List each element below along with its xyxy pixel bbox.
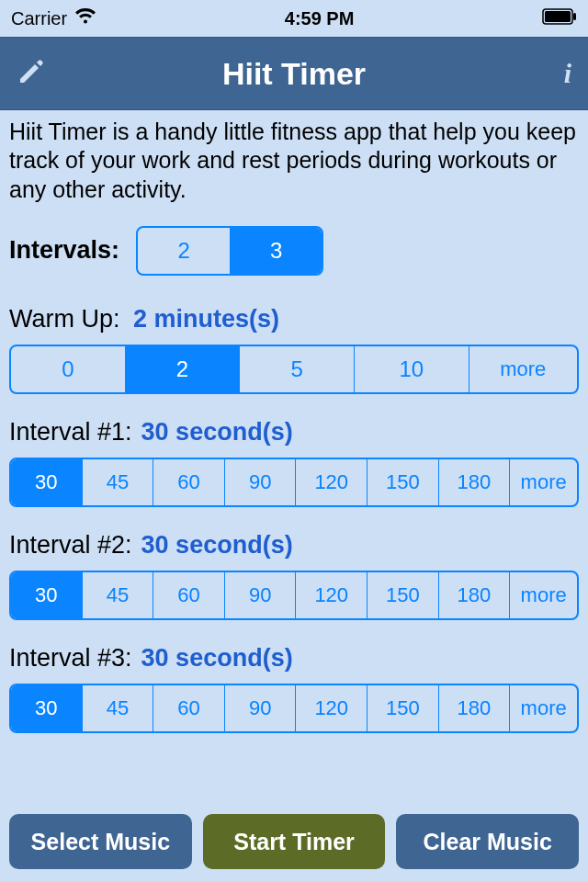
interval-option-180[interactable]: 180 xyxy=(438,572,510,618)
interval-option-30[interactable]: 30 xyxy=(11,459,82,505)
interval-rows: Interval #1:30 second(s)3045609012015018… xyxy=(9,418,579,733)
interval-options[interactable]: 30456090120150180more xyxy=(9,458,579,507)
status-left: Carrier xyxy=(11,8,96,29)
svg-rect-2 xyxy=(573,13,576,20)
edit-button[interactable] xyxy=(17,57,46,90)
interval-option-90[interactable]: 90 xyxy=(224,685,296,731)
interval-option-more[interactable]: more xyxy=(509,572,577,618)
interval-option-60[interactable]: 60 xyxy=(153,572,224,618)
nav-bar: Hiit Timer i xyxy=(0,37,588,110)
intervals-option-2[interactable]: 2 xyxy=(138,228,230,274)
interval-option-150[interactable]: 150 xyxy=(367,572,438,618)
start-timer-button[interactable]: Start Timer xyxy=(203,814,386,869)
warmup-option-5[interactable]: 5 xyxy=(239,346,354,392)
interval-option-150[interactable]: 150 xyxy=(367,459,438,505)
status-bar: Carrier 4:59 PM xyxy=(0,0,588,37)
interval-option-45[interactable]: 45 xyxy=(82,685,153,731)
interval-option-45[interactable]: 45 xyxy=(82,459,153,505)
svg-rect-1 xyxy=(545,11,571,22)
interval-row-3: Interval #3:30 second(s)3045609012015018… xyxy=(9,644,579,733)
intervals-label: Intervals: xyxy=(9,236,119,265)
warmup-option-0[interactable]: 0 xyxy=(11,346,125,392)
interval-option-90[interactable]: 90 xyxy=(224,459,296,505)
interval-option-90[interactable]: 90 xyxy=(224,572,296,618)
interval-option-60[interactable]: 60 xyxy=(153,685,224,731)
interval-options[interactable]: 30456090120150180more xyxy=(9,684,579,733)
carrier-label: Carrier xyxy=(11,8,67,29)
info-icon: i xyxy=(564,58,571,89)
interval-option-30[interactable]: 30 xyxy=(11,572,82,618)
interval-option-more[interactable]: more xyxy=(509,685,577,731)
bottom-bar: Select Music Start Timer Clear Music xyxy=(9,814,579,869)
interval-option-60[interactable]: 60 xyxy=(153,459,224,505)
interval-option-180[interactable]: 180 xyxy=(438,685,510,731)
interval-option-180[interactable]: 180 xyxy=(438,459,510,505)
content: Hiit Timer is a handy little fitness app… xyxy=(0,110,588,733)
intervals-option-3[interactable]: 3 xyxy=(230,228,322,274)
intervals-segment[interactable]: 23 xyxy=(136,226,323,276)
interval-label: Interval #2: xyxy=(9,531,132,559)
warmup-row: Warm Up: 2 minutes(s) 02510more xyxy=(9,305,579,394)
wifi-icon xyxy=(74,8,96,29)
warmup-value: 2 minutes(s) xyxy=(133,305,279,333)
interval-option-120[interactable]: 120 xyxy=(295,572,367,618)
interval-label: Interval #1: xyxy=(9,418,132,446)
pencil-icon xyxy=(17,57,46,90)
clear-music-button[interactable]: Clear Music xyxy=(396,814,579,869)
select-music-button[interactable]: Select Music xyxy=(9,814,192,869)
interval-option-45[interactable]: 45 xyxy=(82,572,153,618)
interval-value: 30 second(s) xyxy=(141,418,293,446)
interval-label: Interval #3: xyxy=(9,644,132,672)
interval-option-30[interactable]: 30 xyxy=(11,685,82,731)
intervals-row: Intervals: 23 xyxy=(9,226,579,276)
interval-value: 30 second(s) xyxy=(141,644,293,672)
interval-option-more[interactable]: more xyxy=(509,459,577,505)
interval-option-150[interactable]: 150 xyxy=(367,685,438,731)
status-time: 4:59 PM xyxy=(285,8,355,29)
info-button[interactable]: i xyxy=(564,58,571,89)
warmup-options[interactable]: 02510more xyxy=(9,345,579,394)
interval-value: 30 second(s) xyxy=(141,531,293,559)
page-title: Hiit Timer xyxy=(0,56,588,92)
interval-options[interactable]: 30456090120150180more xyxy=(9,571,579,620)
interval-option-120[interactable]: 120 xyxy=(295,685,367,731)
interval-option-120[interactable]: 120 xyxy=(295,459,367,505)
warmup-label: Warm Up: xyxy=(9,305,120,333)
warmup-option-more[interactable]: more xyxy=(469,346,577,392)
battery-icon xyxy=(542,8,577,29)
warmup-option-10[interactable]: 10 xyxy=(354,346,469,392)
warmup-option-2[interactable]: 2 xyxy=(125,346,240,392)
interval-row-2: Interval #2:30 second(s)3045609012015018… xyxy=(9,531,579,620)
interval-row-1: Interval #1:30 second(s)3045609012015018… xyxy=(9,418,579,507)
app-description: Hiit Timer is a handy little fitness app… xyxy=(9,118,579,204)
